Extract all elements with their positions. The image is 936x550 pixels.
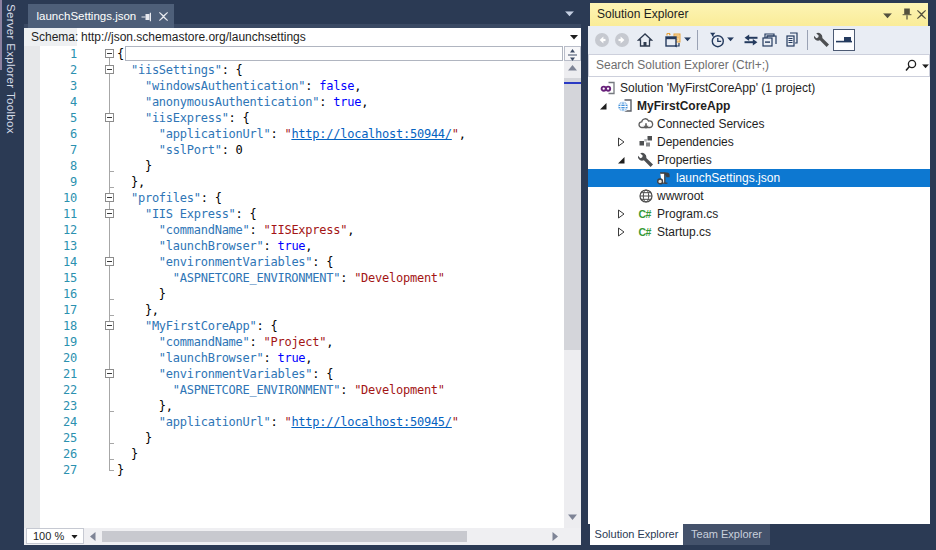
code-line-27[interactable]: 27} [24, 462, 564, 478]
code-line-4[interactable]: 4 "anonymousAuthentication": true, [24, 94, 564, 110]
collapse-all-button[interactable] [762, 32, 778, 48]
code-text: "ASPNETCORE_ENVIRONMENT": "Development" [117, 270, 445, 286]
solution-tree: Solution 'MyFirstCoreApp' (1 project)MyF… [588, 77, 930, 524]
tree-item-connected-services[interactable]: Connected Services [588, 115, 930, 133]
tab-solution-explorer[interactable]: Solution Explorer [590, 524, 683, 545]
pin-tab-icon[interactable] [141, 11, 153, 23]
code-line-23[interactable]: 23 }, [24, 398, 564, 414]
code-text: "applicationUrl": "http://localhost:5094… [117, 414, 459, 430]
properties-button[interactable] [814, 32, 830, 48]
pin-panel-icon[interactable] [901, 8, 913, 20]
tree-item-properties[interactable]: Properties [588, 151, 930, 169]
code-line-3[interactable]: 3 "windowsAuthentication": false, [24, 78, 564, 94]
solution-explorer-search[interactable]: Search Solution Explorer (Ctrl+;) [588, 54, 930, 77]
search-options-dropdown-icon[interactable] [922, 64, 929, 69]
tree-item-startup-cs[interactable]: Startup.cs [588, 223, 930, 241]
close-panel-icon[interactable] [917, 10, 926, 19]
code-line-16[interactable]: 16 } [24, 286, 564, 302]
collapsed-arrow-icon[interactable] [616, 137, 626, 147]
expanded-arrow-icon[interactable] [616, 155, 626, 165]
scroll-right-icon[interactable] [552, 532, 558, 541]
code-text: "iisSettings": { [117, 62, 243, 78]
pending-changes-filter-button[interactable] [709, 32, 725, 48]
line-number: 20 [40, 350, 77, 366]
back-button[interactable] [594, 32, 610, 48]
code-line-6[interactable]: 6 "applicationUrl": "http://localhost:50… [24, 126, 564, 142]
editor-vertical-scrollbar[interactable] [564, 46, 581, 528]
home-button[interactable] [637, 32, 653, 48]
forward-button[interactable] [614, 32, 630, 48]
fold-collapse-box[interactable] [105, 65, 114, 74]
preview-selected-items-toggle[interactable] [833, 29, 855, 51]
zoom-combobox[interactable]: 100 % [26, 528, 84, 544]
code-line-26[interactable]: 26 } [24, 446, 564, 462]
toolbar-separator [807, 30, 808, 50]
fold-collapse-box[interactable] [105, 49, 114, 58]
tab-team-explorer[interactable]: Team Explorer [683, 524, 770, 545]
code-line-17[interactable]: 17 }, [24, 302, 564, 318]
show-all-files-button[interactable] [784, 32, 800, 48]
document-tab-launchsettings[interactable]: launchSettings.json [28, 4, 174, 28]
line-number: 26 [40, 446, 77, 462]
code-editor[interactable]: 1{2 "iisSettings": {3 "windowsAuthentica… [24, 46, 564, 528]
code-line-9[interactable]: 9 }, [24, 174, 564, 190]
code-line-20[interactable]: 20 "launchBrowser": true, [24, 350, 564, 366]
collapsed-arrow-icon[interactable] [616, 227, 626, 237]
tree-item-wwwroot[interactable]: wwwroot [588, 187, 930, 205]
tree-item-launchsettings-json[interactable]: launchSettings.json [588, 169, 930, 187]
sync-with-active-document-button[interactable] [743, 32, 759, 48]
fold-collapse-box[interactable] [105, 113, 114, 122]
close-tab-icon[interactable] [159, 12, 168, 21]
line-number: 13 [40, 238, 77, 254]
tree-item-myfirstcoreapp[interactable]: MyFirstCoreApp [588, 97, 930, 115]
fold-collapse-box[interactable] [105, 369, 114, 378]
collapsed-arrow-icon[interactable] [616, 209, 626, 219]
schema-dropdown-icon[interactable] [570, 35, 578, 40]
fold-region-end [109, 171, 114, 172]
document-list-dropdown-icon[interactable] [565, 11, 574, 17]
code-line-22[interactable]: 22 "ASPNETCORE_ENVIRONMENT": "Developmen… [24, 382, 564, 398]
code-line-19[interactable]: 19 "commandName": "Project", [24, 334, 564, 350]
line-number: 21 [40, 366, 77, 382]
code-line-8[interactable]: 8 } [24, 158, 564, 174]
tree-item-dependencies[interactable]: Dependencies [588, 133, 930, 151]
fold-collapse-box[interactable] [105, 209, 114, 218]
solution-explorer-titlebar[interactable]: Solution Explorer [590, 3, 928, 26]
zoom-dropdown-icon[interactable] [71, 535, 78, 539]
scroll-up-icon[interactable] [568, 65, 577, 71]
scroll-down-icon[interactable] [568, 514, 577, 520]
code-line-25[interactable]: 25 } [24, 430, 564, 446]
line-number: 16 [40, 286, 77, 302]
code-line-15[interactable]: 15 "ASPNETCORE_ENVIRONMENT": "Developmen… [24, 270, 564, 286]
fold-collapse-box[interactable] [105, 257, 114, 266]
sidebar-tab-server-explorer[interactable]: Server Explorer [5, 4, 17, 88]
code-line-24[interactable]: 24 "applicationUrl": "http://localhost:5… [24, 414, 564, 430]
fold-region-end [109, 411, 114, 412]
fold-collapse-box[interactable] [105, 321, 114, 330]
tree-item-solution-myfirstcoreapp-1-project[interactable]: Solution 'MyFirstCoreApp' (1 project) [588, 79, 930, 97]
left-toolwindow-bar: Server Explorer Toolbox [0, 0, 24, 550]
vscroll-thumb[interactable] [564, 78, 581, 350]
schema-label: Schema: [31, 30, 78, 44]
editor-horizontal-scrollbar[interactable]: 100 % [24, 528, 581, 545]
tree-item-program-cs[interactable]: Program.cs [588, 205, 930, 223]
switch-views-button[interactable] [665, 32, 681, 48]
switch-views-dropdown-icon[interactable] [684, 37, 691, 42]
expanded-arrow-icon[interactable] [598, 101, 608, 111]
project-icon [617, 98, 633, 114]
hscroll-thumb[interactable] [102, 531, 467, 542]
code-line-7[interactable]: 7 "sslPort": 0 [24, 142, 564, 158]
code-line-12[interactable]: 12 "commandName": "IISExpress", [24, 222, 564, 238]
filter-dropdown-icon[interactable] [727, 37, 734, 42]
scroll-left-icon[interactable] [90, 532, 96, 541]
line-number: 10 [40, 190, 77, 206]
splitter-handle[interactable] [564, 46, 581, 61]
search-icon[interactable] [904, 59, 917, 72]
sidebar-tab-toolbox[interactable]: Toolbox [5, 92, 17, 134]
code-line-13[interactable]: 13 "launchBrowser": true, [24, 238, 564, 254]
schema-combobox[interactable]: http://json.schemastore.org/launchsettin… [81, 30, 306, 44]
fold-collapse-box[interactable] [105, 193, 114, 202]
tree-item-label: launchSettings.json [676, 171, 780, 185]
window-position-icon[interactable] [883, 13, 892, 19]
toolbar-separator [697, 30, 698, 50]
